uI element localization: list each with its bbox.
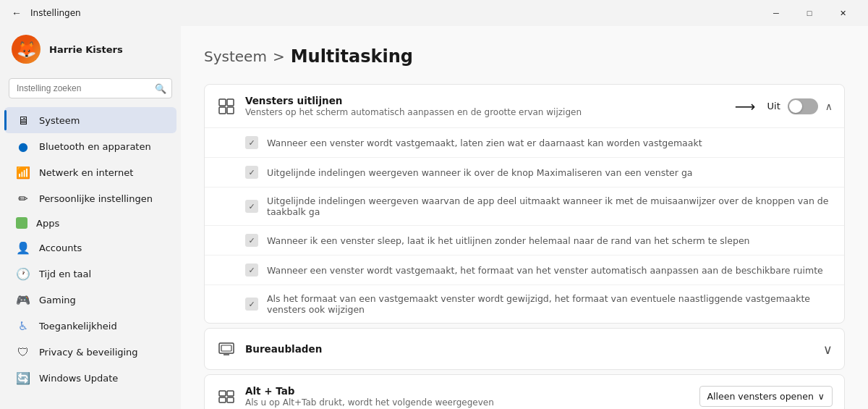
sub-item-label-2: Uitgelijnde indelingen weergeven wanneer… <box>267 167 693 178</box>
sidebar-label-persoonlijk: Persoonlijke instellingen <box>39 193 153 204</box>
svg-rect-0 <box>219 99 226 106</box>
alttab-title-group: Alt + Tab Als u op Alt+Tab drukt, wordt … <box>245 385 699 408</box>
sub-item-1: ✓ Wanneer een venster wordt vastgemaakt,… <box>205 128 844 158</box>
alttab-title: Alt + Tab <box>245 385 699 397</box>
sidebar-label-netwerk: Netwerk en internet <box>39 167 133 178</box>
alttab-subtitle: Als u op Alt+Tab drukt, wordt het volgen… <box>245 397 699 408</box>
check-icon-4: ✓ <box>245 234 258 247</box>
windowsupdate-icon: 🔄 <box>16 371 30 385</box>
sidebar-item-bluetooth[interactable]: ● Bluetooth en apparaten <box>4 133 176 159</box>
main-content: Systeem > Multitasking Vensters uitlijne… <box>181 26 868 409</box>
close-button[interactable]: ✕ <box>826 0 859 26</box>
sub-item-label-5: Wanneer een venster wordt vastgemaakt, h… <box>267 265 823 276</box>
breadcrumb-separator: > <box>273 48 285 65</box>
arrow-icon: ⟶ <box>735 98 756 115</box>
svg-rect-10 <box>227 397 234 402</box>
bureaubladen-controls: ∨ <box>823 342 833 357</box>
vensters-section: Vensters uitlijnen Vensters op het scher… <box>204 84 845 324</box>
sidebar: 🦊 Harrie Kisters 🔍 🖥 Systeem ● Bluetooth… <box>0 26 181 409</box>
sub-item-label-4: Wanneer ik een venster sleep, laat ik he… <box>267 235 750 246</box>
vensters-controls: ⟶ Uit ∧ <box>735 98 833 115</box>
sidebar-item-persoonlijk[interactable]: ✏️ Persoonlijke instellingen <box>4 185 176 211</box>
gaming-icon: 🎮 <box>16 292 30 307</box>
search-input[interactable] <box>9 78 172 98</box>
sidebar-label-gaming: Gaming <box>39 295 76 305</box>
sidebar-label-toegankelijkheid: Toegankelijkheid <box>39 321 117 332</box>
bluetooth-icon: ● <box>16 139 30 153</box>
vensters-header[interactable]: Vensters uitlijnen Vensters op het scher… <box>205 85 844 127</box>
alttab-controls: Alleen vensters openen ∨ <box>699 386 833 407</box>
tijd-icon: 🕐 <box>16 266 30 281</box>
bureaubladen-section: Bureaubladen ∨ <box>204 328 845 370</box>
vensters-toggle[interactable] <box>788 98 818 114</box>
bureaubladen-title-group: Bureaubladen <box>245 343 823 355</box>
breadcrumb-parent: Systeem <box>204 48 267 65</box>
svg-rect-2 <box>219 107 226 114</box>
sub-item-label-6: Als het formaat van een vastgemaakt vens… <box>267 293 833 315</box>
sidebar-label-systeem: Systeem <box>39 115 80 126</box>
breadcrumb: Systeem > Multitasking <box>204 46 845 67</box>
vensters-title: Vensters uitlijnen <box>245 95 735 106</box>
sub-item-5: ✓ Wanneer een venster wordt vastgemaakt,… <box>205 256 844 285</box>
sub-item-2: ✓ Uitgelijnde indelingen weergeven wanne… <box>205 158 844 187</box>
privacy-icon: 🛡 <box>16 345 30 359</box>
sidebar-item-netwerk[interactable]: 📶 Netwerk en internet <box>4 159 176 185</box>
alttab-icon <box>216 387 237 407</box>
back-button[interactable]: ← <box>9 4 25 22</box>
alttab-dropdown-label: Alleen vensters openen <box>707 391 814 402</box>
breadcrumb-current: Multitasking <box>291 46 413 67</box>
sidebar-item-apps[interactable]: Apps <box>4 211 176 235</box>
avatar: 🦊 <box>12 35 41 64</box>
sidebar-item-windowsupdate[interactable]: 🔄 Windows Update <box>4 365 176 391</box>
sub-item-6: ✓ Als het formaat van een vastgemaakt ve… <box>205 285 844 323</box>
vensters-status: Uit <box>767 101 780 111</box>
sidebar-item-privacy[interactable]: 🛡 Privacy & beveiliging <box>4 339 176 365</box>
sub-item-label-3: Uitgelijnde indelingen weergeven waarvan… <box>267 195 833 217</box>
persoonlijk-icon: ✏️ <box>16 191 30 206</box>
vensters-toggle-track[interactable] <box>788 98 818 114</box>
sidebar-item-toegankelijkheid[interactable]: ♿ Toegankelijkheid <box>4 313 176 339</box>
maximize-button[interactable]: □ <box>793 0 826 26</box>
sidebar-label-windowsupdate: Windows Update <box>39 373 118 384</box>
toegankelijkheid-icon: ♿ <box>16 319 30 333</box>
bureaubladen-chevron: ∨ <box>823 342 833 357</box>
vensters-icon <box>216 96 237 117</box>
sidebar-label-apps: Apps <box>36 218 59 229</box>
sidebar-label-bluetooth: Bluetooth en apparaten <box>39 141 151 152</box>
alttab-dropdown-chevron: ∨ <box>818 391 825 402</box>
vensters-toggle-thumb <box>789 100 802 113</box>
svg-rect-7 <box>219 391 226 396</box>
check-icon-6: ✓ <box>245 298 258 311</box>
vensters-sub-items: ✓ Wanneer een venster wordt vastgemaakt,… <box>205 127 844 323</box>
check-icon-1: ✓ <box>245 136 258 149</box>
sidebar-item-accounts[interactable]: 👤 Accounts <box>4 235 176 261</box>
vensters-subtitle: Vensters op het scherm automatisch aanpa… <box>245 107 735 117</box>
check-icon-5: ✓ <box>245 263 258 277</box>
bureaubladen-icon <box>216 339 237 359</box>
search-box: 🔍 <box>9 78 172 98</box>
sidebar-item-gaming[interactable]: 🎮 Gaming <box>4 287 176 313</box>
sub-item-4: ✓ Wanneer ik een venster sleep, laat ik … <box>205 226 844 256</box>
alttab-section: Alt + Tab Als u op Alt+Tab drukt, wordt … <box>204 374 845 409</box>
accounts-icon: 👤 <box>16 240 30 255</box>
window-title: Instellingen <box>30 8 81 18</box>
app-body: 🦊 Harrie Kisters 🔍 🖥 Systeem ● Bluetooth… <box>0 26 868 409</box>
sidebar-item-systeem[interactable]: 🖥 Systeem <box>4 107 176 133</box>
sidebar-label-privacy: Privacy & beveiliging <box>39 347 138 358</box>
minimize-button[interactable]: ─ <box>760 0 793 26</box>
user-name: Harrie Kisters <box>49 44 123 55</box>
title-bar: ← Instellingen ─ □ ✕ <box>0 0 868 26</box>
vensters-title-group: Vensters uitlijnen Vensters op het scher… <box>245 95 735 117</box>
check-icon-3: ✓ <box>245 200 258 213</box>
title-bar-left: ← Instellingen <box>9 4 81 22</box>
svg-rect-8 <box>227 391 234 396</box>
svg-rect-9 <box>219 397 226 402</box>
sidebar-item-tijd[interactable]: 🕐 Tijd en taal <box>4 261 176 287</box>
svg-rect-3 <box>227 107 234 114</box>
systeem-icon: 🖥 <box>16 113 30 127</box>
search-icon: 🔍 <box>155 83 166 94</box>
alttab-dropdown[interactable]: Alleen vensters openen ∨ <box>699 386 833 407</box>
sub-item-3: ✓ Uitgelijnde indelingen weergeven waarv… <box>205 187 844 226</box>
svg-rect-1 <box>227 99 234 106</box>
bureaubladen-header[interactable]: Bureaubladen ∨ <box>205 329 844 369</box>
